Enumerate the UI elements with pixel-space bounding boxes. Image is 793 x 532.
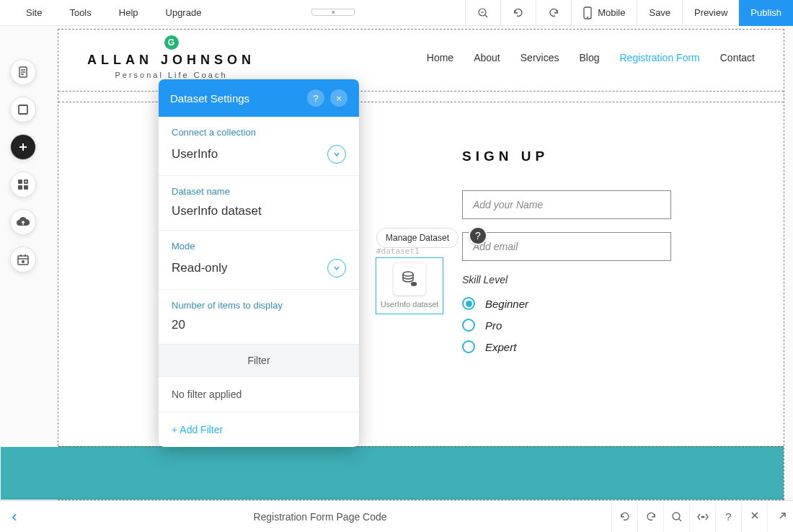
menu-site[interactable]: Site (26, 7, 42, 18)
nav-blog[interactable]: Blog (579, 52, 599, 63)
skill-level-label: Skill Level (462, 274, 693, 285)
nav-home[interactable]: Home (427, 52, 453, 63)
redo-button[interactable] (536, 0, 571, 26)
undo-icon (619, 511, 631, 523)
site-nav: Home About Services Blog Registration Fo… (427, 52, 755, 63)
nav-registration[interactable]: Registration Form (619, 52, 699, 63)
email-input[interactable]: Add email (462, 232, 671, 261)
zoom-out-button[interactable] (465, 0, 500, 26)
connect-label: Connect a collection (172, 127, 346, 138)
top-menu-left: Site Tools Help Upgrade (0, 7, 201, 18)
nav-services[interactable]: Services (520, 52, 559, 63)
tool-bookings[interactable] (10, 247, 36, 272)
panel-header[interactable]: Dataset Settings ? × (159, 79, 359, 117)
filter-header: Filter (159, 344, 359, 377)
code-brackets-button[interactable] (689, 501, 715, 533)
top-menu-bar: Site Tools Help Upgrade × Mobile Save Pr… (0, 0, 793, 26)
svg-line-1 (485, 15, 487, 17)
code-expand-button[interactable] (741, 501, 767, 533)
redo-icon (548, 7, 559, 19)
editor-canvas: G ALLAN JOHNSON Personal Life Coach Home… (0, 26, 793, 500)
plus-icon (17, 141, 30, 154)
svg-point-25 (22, 260, 25, 263)
grid-plus-icon (17, 178, 30, 191)
center-tab[interactable]: × (311, 9, 355, 16)
tool-upload[interactable] (10, 209, 36, 235)
manage-dataset-button[interactable]: Manage Dataset (376, 228, 458, 248)
database-icon (393, 262, 426, 296)
dataset-stage-element[interactable]: Manage Dataset ? #dataset1 UserInfo data… (376, 257, 443, 314)
tool-apps[interactable] (10, 172, 36, 198)
mobile-button[interactable]: Mobile (571, 0, 637, 26)
name-value[interactable]: UserInfo dataset (172, 204, 346, 218)
undo-icon (513, 7, 524, 19)
square-icon (17, 103, 30, 116)
page-code-title: Registration Form Page Code (29, 511, 611, 523)
code-redo-button[interactable] (637, 501, 663, 533)
tool-pages[interactable] (10, 59, 36, 85)
tool-add[interactable] (10, 134, 36, 160)
site-tagline: Personal Life Coach (87, 71, 255, 79)
redo-icon (645, 511, 657, 523)
radio-icon (462, 319, 475, 332)
top-menu-center: × (201, 9, 465, 16)
connect-value: UserInfo (172, 147, 218, 161)
menu-upgrade[interactable]: Upgrade (166, 7, 202, 18)
bottom-tools: ? (611, 501, 793, 533)
search-icon (671, 511, 683, 523)
tool-background[interactable] (10, 97, 36, 123)
items-value[interactable]: 20 (172, 318, 346, 332)
connect-dropdown[interactable] (327, 145, 346, 164)
svg-point-29 (703, 516, 704, 518)
svg-rect-14 (18, 179, 22, 184)
menu-help[interactable]: Help (119, 7, 138, 18)
nav-about[interactable]: About (474, 52, 500, 63)
code-help-button[interactable]: ? (715, 501, 741, 533)
signup-form: SIGN UP Add your Name Add email Skill Le… (462, 148, 693, 362)
svg-line-30 (780, 513, 785, 518)
calendar-icon (17, 253, 30, 266)
popout-icon (775, 511, 787, 523)
radio-beginner[interactable]: Beginner (462, 297, 693, 310)
dataset-name-label: UserInfo dataset (376, 300, 443, 314)
connect-collection-section: Connect a collection UserInfo (159, 117, 359, 176)
radio-label: Pro (485, 319, 502, 332)
items-section: Number of items to display 20 (159, 290, 359, 344)
items-label: Number of items to display (172, 300, 346, 311)
mode-dropdown[interactable] (327, 259, 346, 278)
undo-button[interactable] (500, 0, 536, 26)
svg-line-27 (679, 519, 681, 521)
site-logo[interactable]: G ALLAN JOHNSON Personal Life Coach (87, 35, 255, 79)
back-button[interactable]: ‹ (0, 507, 29, 526)
mode-value: Read-only (172, 261, 228, 275)
svg-point-5 (403, 272, 413, 276)
radio-label: Beginner (485, 298, 528, 310)
radio-expert[interactable]: Expert (462, 340, 693, 353)
code-popout-button[interactable] (767, 501, 793, 533)
publish-button[interactable]: Publish (739, 0, 793, 26)
panel-help-button[interactable]: ? (307, 89, 324, 107)
radio-label: Expert (485, 341, 516, 353)
code-search-button[interactable] (663, 501, 689, 533)
dataset-help-button[interactable]: ? (469, 226, 487, 245)
code-undo-button[interactable] (611, 501, 637, 533)
menu-tools[interactable]: Tools (69, 7, 91, 18)
radio-icon (462, 340, 475, 353)
expand-icon (749, 511, 761, 523)
dataset-settings-panel: Dataset Settings ? × Connect a collectio… (159, 79, 359, 447)
name-input[interactable]: Add your Name (462, 190, 671, 219)
dataset-name-section: Dataset name UserInfo dataset (159, 176, 359, 231)
mode-label: Mode (172, 241, 346, 252)
bottom-code-bar: ‹ Registration Form Page Code ? (0, 500, 793, 532)
add-filter-button[interactable]: + Add Filter (159, 412, 359, 447)
svg-rect-17 (24, 185, 28, 190)
chevron-down-icon (333, 151, 340, 158)
preview-button[interactable]: Preview (682, 0, 739, 26)
cloud-upload-icon (16, 216, 30, 229)
svg-rect-11 (19, 105, 27, 114)
panel-title: Dataset Settings (170, 92, 249, 105)
nav-contact[interactable]: Contact (720, 52, 755, 63)
save-button[interactable]: Save (637, 0, 682, 26)
radio-pro[interactable]: Pro (462, 319, 693, 332)
panel-close-button[interactable]: × (330, 89, 347, 107)
